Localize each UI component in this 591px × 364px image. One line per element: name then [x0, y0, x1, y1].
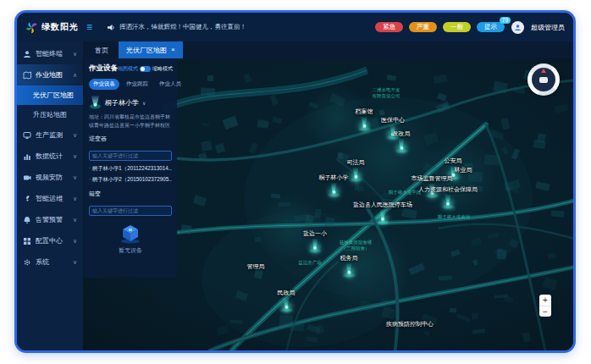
- thumbnail-mode-label[interactable]: 缩略模式: [152, 65, 173, 73]
- sidebar-item-告警预警[interactable]: 告警预警∨: [17, 209, 83, 230]
- map-icon: [23, 71, 31, 80]
- map-beacon-icon[interactable]: [357, 117, 371, 131]
- sidebar-item-生产监测[interactable]: 生产监测∨: [17, 124, 83, 146]
- app-logo: 绿数阳光: [25, 21, 79, 34]
- map-poi-疾病预防控制中心[interactable]: 疾病预防控制中心: [386, 320, 434, 328]
- map-minor-label: 益民集团宿舍楼 （三期宿舍）: [340, 240, 373, 251]
- sidebar-item-数据统计[interactable]: 数据统计∨: [17, 146, 83, 167]
- map-beacon-icon[interactable]: [308, 239, 322, 253]
- map-beacon-icon[interactable]: [376, 210, 389, 224]
- map-building: [207, 75, 213, 81]
- map-poi-label: 医保中心: [381, 116, 405, 124]
- chevron-down-icon: ∨: [142, 100, 146, 106]
- sidebar-item-label: 告警预警: [36, 215, 63, 224]
- map-beacon-icon[interactable]: [327, 183, 340, 197]
- map-poi-盐边县人民医院停车场[interactable]: 盐边县人民医院停车场: [353, 201, 412, 224]
- filter-input-逆变器[interactable]: [89, 151, 172, 161]
- announcement-bar: 挥洒汗水，铸就辉煌！中国健儿，勇往直前！: [108, 23, 246, 31]
- compass-control[interactable]: [527, 63, 560, 96]
- map-poi-林业局[interactable]: 林业局: [455, 166, 472, 174]
- avatar[interactable]: [511, 21, 524, 34]
- map-poi-民政局[interactable]: 民政局: [278, 289, 296, 312]
- chevron-down-icon: ∨: [73, 153, 77, 160]
- map-minor-label: 二滩水电开发 有限责任公司: [373, 87, 400, 99]
- map-building: [324, 217, 334, 227]
- map-beacon-icon[interactable]: [349, 168, 362, 182]
- device-list: 桐子林小学1（20112242313014...桐子林小学2（201501023…: [89, 163, 172, 185]
- alarm-pill-提示[interactable]: 提示79: [477, 22, 505, 33]
- map-poi-档案馆[interactable]: 档案馆: [356, 108, 373, 131]
- map-beacon-icon[interactable]: [279, 298, 293, 312]
- panel-tab-作业人员[interactable]: 作业人员: [155, 79, 185, 90]
- tab-光伏厂区地图[interactable]: 光伏厂区地图×: [119, 41, 183, 58]
- map-beacon-icon[interactable]: [441, 195, 455, 209]
- map-poi-label: 管理局: [247, 262, 265, 271]
- alarm-pill-group: 紧急严重一般提示79: [375, 22, 505, 33]
- tab-label: 光伏厂区地图: [126, 46, 167, 55]
- top-right-cluster: 紧急严重一般提示79 超级管理员: [375, 21, 565, 34]
- chevron-down-icon: ∨: [73, 196, 77, 202]
- zoom-out-button[interactable]: −: [539, 306, 551, 317]
- tab-bar: 首页光伏厂区地图×: [83, 41, 573, 58]
- sidebar-item-视频安防[interactable]: 视频安防∨: [17, 167, 83, 188]
- sidebar-item-label: 系统: [36, 257, 49, 267]
- map-poi-桐子林小学[interactable]: 桐子林小学: [319, 174, 349, 197]
- close-tab-icon[interactable]: ×: [171, 47, 175, 53]
- map-poi-label: 公安局: [445, 157, 462, 165]
- current-user-name[interactable]: 超级管理员: [531, 23, 565, 32]
- map-poi-label: 民政局: [278, 289, 296, 297]
- map-poi-发改局[interactable]: 发改局: [393, 130, 411, 153]
- panel-tab-作业设备[interactable]: 作业设备: [89, 79, 119, 90]
- map-building: [380, 299, 389, 304]
- alarm-pill-严重[interactable]: 严重: [409, 22, 437, 33]
- map-canvas[interactable]: 档案馆医保中心发改局司法局公安局林业局市场监督管理局人力资源和社会保障局桐子林小…: [83, 58, 573, 350]
- map-building: [450, 308, 457, 312]
- pinwheel-logo-icon: [25, 21, 38, 34]
- map-building: [550, 210, 563, 217]
- alarm-pill-一般[interactable]: 一般: [443, 22, 471, 33]
- zoom-in-button[interactable]: +: [539, 295, 551, 306]
- sidebar-item-配置中心[interactable]: 配置中心∨: [17, 230, 83, 251]
- station-name: 桐子林小学: [105, 98, 139, 108]
- empty-box-icon: [119, 223, 141, 244]
- filter-input-箱变[interactable]: [89, 206, 172, 216]
- panel-tab-作业跟踪[interactable]: 作业跟踪: [122, 79, 152, 90]
- sidebar-subitem-升压站地图[interactable]: 升压站地图: [17, 105, 83, 124]
- map-poi-税务局[interactable]: 税务局: [340, 254, 358, 278]
- map-poi-label: 市场监督管理局: [411, 174, 453, 183]
- map-building: [424, 331, 429, 336]
- sidebar-subitem-光伏厂区地图[interactable]: 光伏厂区地图: [17, 85, 83, 105]
- mode-toggle-switch[interactable]: [140, 66, 151, 72]
- sidebar-item-智能终端[interactable]: 智能终端∨: [17, 43, 83, 64]
- alarm-pill-紧急[interactable]: 紧急: [375, 22, 403, 33]
- chevron-down-icon: ∨: [73, 174, 77, 181]
- map-poi-label: 发改局: [393, 130, 411, 138]
- sidebar-item-label: 生产监测: [36, 130, 63, 140]
- map-poi-司法局[interactable]: 司法局: [347, 158, 365, 182]
- map-poi-人力资源和社会保障局[interactable]: 人力资源和社会保障局: [418, 185, 478, 209]
- map-poi-管理局[interactable]: 管理局: [247, 262, 265, 271]
- sidebar-item-智能运维[interactable]: 智能运维∨: [17, 188, 83, 209]
- section-label-箱变: 箱变: [89, 190, 172, 198]
- map-beacon-icon[interactable]: [342, 263, 356, 278]
- device-list-item[interactable]: 桐子林小学1（20112242313014...: [89, 163, 172, 174]
- map-building: [257, 119, 268, 129]
- map-poi-label: 盐边县人民医院停车场: [353, 201, 412, 209]
- station-selector[interactable]: 桐子林小学 ∨: [89, 96, 172, 110]
- map-poi-盐边一小[interactable]: 盐边一小: [303, 229, 327, 253]
- map-beacon-icon[interactable]: [395, 139, 408, 153]
- sidebar-item-系统[interactable]: 系统∨: [17, 251, 83, 273]
- device-list-item[interactable]: 桐子林小学2（20150102372905...: [89, 174, 172, 185]
- sidebar-item-label: 智能运维: [36, 194, 63, 203]
- chevron-down-icon: ∨: [73, 217, 77, 223]
- sidebar-item-作业地图[interactable]: 作业地图∧: [17, 64, 83, 85]
- map-building: [278, 201, 290, 207]
- collapse-menu-icon[interactable]: ≡: [86, 22, 92, 32]
- map-building: [387, 74, 397, 80]
- map-mode-label[interactable]: 地图模式: [118, 65, 138, 73]
- panel-tab-group: 作业设备作业跟踪作业人员: [89, 79, 172, 90]
- map-building: [439, 275, 453, 280]
- sidebar-item-label: 智能终端: [36, 49, 63, 58]
- work-device-panel: 作业设备 地图模式 缩略模式 作业设备作业跟踪作业人员: [84, 58, 177, 278]
- tab-首页[interactable]: 首页: [87, 41, 116, 58]
